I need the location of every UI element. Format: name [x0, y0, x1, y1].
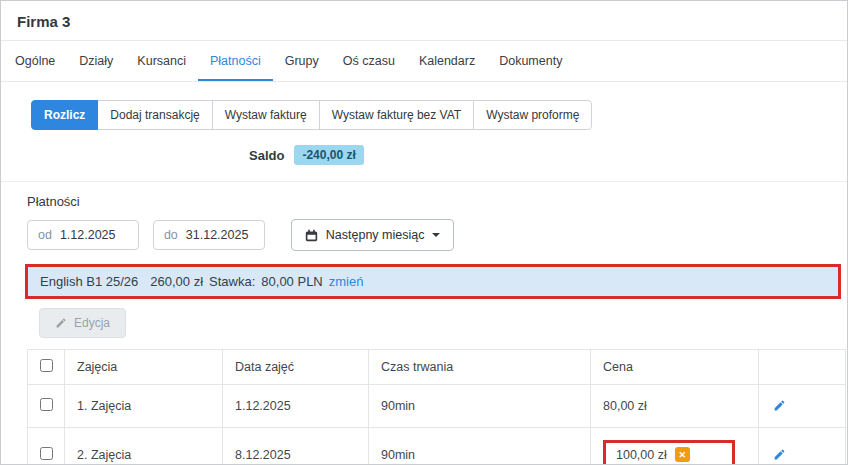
lesson-duration: 90min [369, 428, 591, 465]
select-all-checkbox[interactable] [40, 359, 53, 372]
select-all-cell [28, 350, 65, 385]
date-from-input[interactable] [60, 228, 138, 242]
tab-kalendarz[interactable]: Kalendarz [407, 41, 487, 81]
date-filters: od do Następny miesiąc [27, 219, 843, 251]
group-name: English B1 25/26 [40, 274, 138, 289]
row-checkbox[interactable] [40, 398, 53, 411]
saldo-badge: -240,00 zł [294, 145, 363, 165]
group-rate-label: Stawka: [209, 274, 255, 289]
dodaj-transakcje-button[interactable]: Dodaj transakcję [97, 100, 212, 130]
wystaw-proforme-button[interactable]: Wystaw proformę [473, 100, 592, 130]
pencil-icon [773, 399, 786, 412]
table-row: 2. Zajęcia 8.12.2025 90min 100,00 zł ✕ [28, 428, 846, 465]
wystaw-fakture-button[interactable]: Wystaw fakturę [212, 100, 320, 130]
lesson-date: 8.12.2025 [223, 428, 369, 465]
next-month-label: Następny miesiąc [326, 228, 425, 242]
group-rate-value: 80,00 PLN [261, 274, 322, 289]
payments-section-title: Płatności [27, 194, 843, 209]
tab-grupy[interactable]: Grupy [273, 41, 331, 81]
tab-bar: Ogólne Działy Kursanci Płatności Grupy O… [1, 41, 847, 82]
header-data-zajec: Data zajęć [223, 350, 369, 385]
saldo-label: Saldo [249, 148, 284, 163]
edit-lesson-button[interactable] [771, 446, 788, 463]
tab-ogolne[interactable]: Ogólne [3, 41, 67, 81]
lesson-name: 2. Zajęcia [65, 428, 223, 465]
group-amount: 260,00 zł [150, 274, 203, 289]
orange-x-icon: ✕ [675, 447, 690, 462]
date-to-input[interactable] [186, 228, 264, 242]
tab-platnosci[interactable]: Płatności [198, 41, 273, 81]
header-czas-trwania: Czas trwania [369, 350, 591, 385]
date-to-label: do [154, 228, 186, 242]
edit-button[interactable]: Edycja [39, 308, 126, 338]
page-title: Firma 3 [17, 13, 831, 30]
payment-actions-group: Rozlicz Dodaj transakcję Wystaw fakturę … [31, 100, 592, 130]
date-from-label: od [28, 228, 60, 242]
edit-button-label: Edycja [74, 316, 110, 330]
calendar-icon [305, 229, 318, 242]
date-to-group: do [153, 220, 265, 250]
next-month-dropdown-button[interactable]: Następny miesiąc [291, 219, 455, 251]
group-banner: English B1 25/26 260,00 zł Stawka: 80,00… [25, 264, 841, 299]
header-cena: Cena [591, 350, 759, 385]
table-header-row: Zajęcia Data zajęć Czas trwania Cena [28, 350, 846, 385]
table-row: 1. Zajęcia 1.12.2025 90min 80,00 zł [28, 385, 846, 428]
lesson-duration: 90min [369, 385, 591, 428]
change-rate-link[interactable]: zmień [329, 274, 364, 289]
saldo-row: Saldo -240,00 zł [249, 145, 847, 165]
row-checkbox[interactable] [40, 447, 53, 460]
header-actions [759, 350, 846, 385]
payments-toolbar: Rozlicz Dodaj transakcję Wystaw fakturę … [31, 100, 847, 165]
edit-row: Edycja [39, 308, 843, 338]
page-header: Firma 3 [1, 1, 847, 41]
payments-section: Płatności od do Następny miesiąc English… [1, 182, 847, 465]
lesson-price: 80,00 zł [591, 385, 759, 428]
date-from-group: od [27, 220, 139, 250]
tab-os-czasu[interactable]: Oś czasu [331, 41, 407, 81]
tab-dokumenty[interactable]: Dokumenty [487, 41, 574, 81]
lesson-name: 1. Zajęcia [65, 385, 223, 428]
wystaw-fakture-bez-vat-button[interactable]: Wystaw fakturę bez VAT [319, 100, 475, 130]
pencil-icon [773, 448, 786, 461]
tab-dzialy[interactable]: Działy [67, 41, 125, 81]
lesson-date: 1.12.2025 [223, 385, 369, 428]
lessons-table: Zajęcia Data zajęć Czas trwania Cena 1. … [27, 349, 846, 465]
pencil-icon [55, 317, 67, 329]
header-zajecia: Zajęcia [65, 350, 223, 385]
highlighted-price-box: 100,00 zł ✕ [603, 440, 735, 465]
lesson-price-cell: 100,00 zł ✕ [591, 428, 759, 465]
chevron-down-icon [432, 233, 440, 237]
rozlicz-button[interactable]: Rozlicz [31, 100, 98, 130]
company-page: Firma 3 Ogólne Działy Kursanci Płatności… [0, 0, 848, 465]
edit-lesson-button[interactable] [771, 397, 788, 414]
tab-kursanci[interactable]: Kursanci [125, 41, 198, 81]
lesson-price: 100,00 zł [616, 448, 667, 462]
